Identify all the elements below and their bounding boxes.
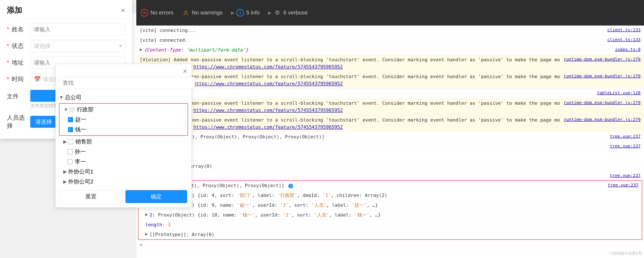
log-source-link[interactable]: tree.vue:237 <box>608 182 639 188</box>
tree-expand-icon: ▶ <box>63 179 67 184</box>
tree-checkbox-sunyi[interactable] <box>68 149 72 154</box>
tree-node-label: 行政部 <box>77 106 94 113</box>
tree-node-waixie1[interactable]: ▶ 外协公司1 <box>59 167 188 177</box>
tree-picker-popup: × ▼ 总公司 ▼ 行政部 赵一 <box>55 64 192 208</box>
tree-node-label: 外协公司1 <box>68 168 93 176</box>
log-entry: [vite] connected. client.ts:133 <box>136 35 644 45</box>
log-entry-violation: [Violation] Added non-passive event list… <box>136 115 644 132</box>
info-label: 5 info <box>246 9 260 16</box>
log-source-link[interactable]: tableList.vue:128 <box>597 90 640 95</box>
tree-search-input[interactable] <box>59 77 195 89</box>
devtools-toolbar: × No errors ⚠ No warnings ▶ i 5 info ▶ ⚙… <box>136 0 644 26</box>
error-label: No errors <box>150 9 173 16</box>
verbose-arrow: ▶ <box>268 10 271 15</box>
highlighted-proxy-section: ▼ (3) [Proxy(Object), Proxy(Object), Pro… <box>138 180 642 240</box>
violation-link[interactable]: https://www.chromestatus.com/feature/574… <box>193 108 343 113</box>
dialog-title: 添加 <box>7 5 22 16</box>
violation-link[interactable]: https://www.chromestatus.com/feature/574… <box>193 124 343 130</box>
log-entry-prototype2: ▶ [[Prototype]]: Array(0) <box>138 230 642 240</box>
log-source-link[interactable]: runtime-dom.esm-bundler.js:279 <box>564 74 640 78</box>
tree-node-label: 钱一 <box>75 126 86 133</box>
log-source-link[interactable]: client.ts:133 <box>607 37 640 42</box>
expand-icon[interactable]: ▶ <box>145 212 148 217</box>
tree-node-qianyi[interactable]: 钱一 <box>60 124 188 134</box>
log-entry-add-button: 添加按钮 tableList.vue:128 <box>136 88 644 98</box>
filter-info[interactable]: ▶ i 5 info <box>231 9 260 16</box>
verbose-icon: ⚙ <box>274 9 281 16</box>
tree-checkbox-xingzhengbu[interactable] <box>70 107 75 112</box>
warning-icon: ⚠ <box>182 9 190 16</box>
tree-node-liyi[interactable]: 李一 <box>59 157 188 167</box>
tree-checkbox-qianyi[interactable] <box>68 127 73 132</box>
log-source-link[interactable]: runtime-dom.esm-bundler.js:279 <box>564 56 640 62</box>
log-source-link[interactable]: index.ts:8 <box>615 47 640 52</box>
name-label: * 姓名 <box>7 25 30 34</box>
tree-expand-icon: ▼ <box>64 107 68 112</box>
dialog-header: 添加 × <box>0 0 132 19</box>
violation-link[interactable]: https://www.chromestatus.com/feature/574… <box>193 64 343 70</box>
tree-node-waixie2[interactable]: ▶ 外协公司2 <box>59 177 188 187</box>
info-badge: i <box>288 184 293 188</box>
violation-link[interactable]: https://www.chromestatus.com/feature/574… <box>193 81 343 86</box>
error-icon: × <box>140 9 148 16</box>
expand-icon[interactable]: ▶ <box>145 232 148 236</box>
tree-node-label: 销售部 <box>76 138 92 146</box>
info-arrow: ▶ <box>231 10 234 15</box>
status-select[interactable]: 请选择 ▾ <box>30 40 125 52</box>
status-label: * 状态 <box>7 42 30 50</box>
filter-warnings[interactable]: ⚠ No warnings <box>182 9 222 16</box>
tree-node-xingzhengbu[interactable]: ▼ 行政部 <box>60 104 188 114</box>
devtools-caret[interactable]: > <box>136 241 644 249</box>
tree-checkbox-xiaoshoubu[interactable] <box>68 139 73 144</box>
confirm-button[interactable]: 确定 <box>126 190 187 203</box>
log-source-link[interactable]: runtime-dom.esm-bundler.js:279 <box>564 100 640 105</box>
filter-verbose[interactable]: ▶ ⚙ 6 verbose <box>268 9 308 16</box>
log-entry-proxy2: ▶ 2: Proxy(Object) {id: 10, name: '钱一', … <box>138 210 642 220</box>
tree-body: ▼ 总公司 ▼ 行政部 赵一 钱一 <box>56 92 192 187</box>
tree-node-label: 外协公司2 <box>68 178 93 186</box>
person-select-button[interactable]: 请选择 <box>30 116 57 128</box>
dialog-close-button[interactable]: × <box>121 6 125 14</box>
log-source-link[interactable]: client.ts:133 <box>607 27 640 32</box>
tree-node-zhaoyi[interactable]: 赵一 <box>60 114 188 124</box>
time-label: * 时间 <box>7 75 30 83</box>
person-label: 人员选择 <box>7 114 30 130</box>
tree-node-label: 孙一 <box>75 148 86 156</box>
tree-checkbox-zhaoyi[interactable] <box>68 117 73 122</box>
tree-checkbox-liyi[interactable] <box>68 159 72 164</box>
log-entry-violation: [Violation] Added non-passive event list… <box>136 55 644 72</box>
warning-label: No warnings <box>192 9 222 16</box>
log-entry-length: length: 0 <box>136 152 644 161</box>
status-field-row: * 状态 请选择 ▾ <box>7 40 125 52</box>
tree-popup-footer: 重置 确定 <box>56 187 192 203</box>
log-entry-proxy0: ▶ 0: Proxy(Object) {id: 4, sort: '部门', l… <box>138 190 642 200</box>
log-entry-proxy4: ▶ (4) [Proxy(Object), Proxy(Object), Pro… <box>136 132 644 142</box>
address-label: * 地址 <box>7 58 30 67</box>
log-entry-empty-array: ▼ [] i tree.vue:237 <box>136 142 644 152</box>
tree-node-label: 赵一 <box>75 116 86 123</box>
log-source-link[interactable]: runtime-dom.esm-bundler.js:279 <box>564 117 640 122</box>
tree-popup-close-button[interactable]: × <box>183 68 187 75</box>
tree-node-xiaoshoubu[interactable]: ▶ 销售部 <box>59 137 188 147</box>
log-source-link[interactable]: tree.vue:237 <box>610 173 641 178</box>
log-entry: [vite] connecting... client.ts:133 <box>136 26 644 35</box>
verbose-label: 6 verbose <box>283 9 308 16</box>
tree-node-root[interactable]: ▼ 总公司 <box>59 92 188 102</box>
log-entry-length3: length: 3 <box>138 220 642 230</box>
devtools-log[interactable]: [vite] connecting... client.ts:133 [vite… <box>136 26 644 258</box>
name-input[interactable] <box>30 24 125 35</box>
watermark: CSDN@大白菜1号 <box>610 251 642 256</box>
root-label: 总公司 <box>65 94 82 101</box>
log-entry-proxy3: ▼ (3) [Proxy(Object), Proxy(Object), Pro… <box>138 181 642 190</box>
tree-expand-icon: ▶ <box>63 169 67 174</box>
log-source-link[interactable]: tree.vue:237 <box>610 134 641 139</box>
filter-errors[interactable]: × No errors <box>140 9 173 16</box>
info-icon: i <box>236 9 244 16</box>
log-entry: ▶ {Content-Type: 'multipart/form-data'} … <box>136 45 644 55</box>
tree-node-sunyi[interactable]: 孙一 <box>59 147 188 157</box>
calendar-icon: 📅 <box>34 76 41 82</box>
tree-expand-icon: ▼ <box>59 95 64 100</box>
reset-button[interactable]: 重置 <box>60 190 122 203</box>
log-source-link[interactable]: tree.vue:237 <box>610 144 641 148</box>
expand-icon[interactable]: ▶ <box>140 47 142 52</box>
